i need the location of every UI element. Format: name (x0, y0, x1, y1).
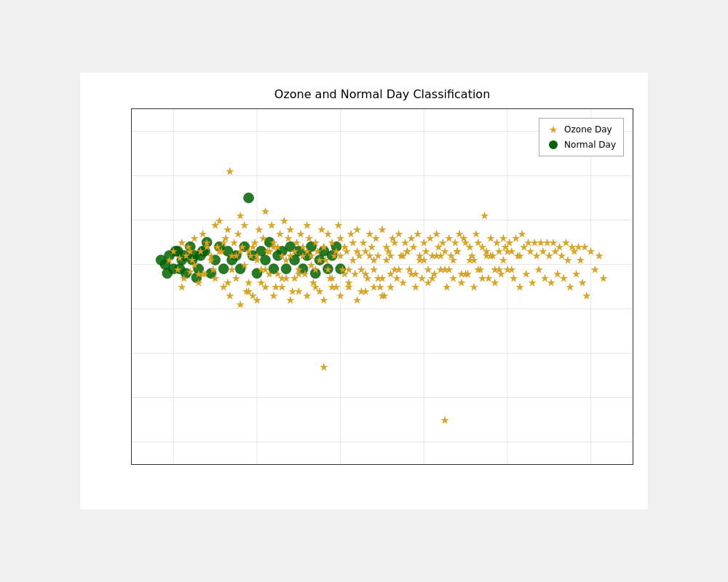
svg-text:★: ★ (361, 286, 370, 297)
svg-text:★: ★ (470, 282, 478, 292)
svg-text:★: ★ (303, 220, 312, 231)
svg-point-58 (162, 268, 173, 279)
svg-text:★: ★ (529, 277, 537, 288)
svg-text:★: ★ (387, 282, 395, 292)
legend-label-normal: Normal Day (564, 140, 616, 150)
svg-text:★: ★ (303, 246, 312, 257)
scatter-plot: ★★★★★★★★★★★★★★★★★★★★★★★★★★★★★★★★★★★★★★★★… (132, 109, 633, 464)
svg-text:★: ★ (261, 264, 270, 275)
svg-text:★: ★ (320, 362, 328, 372)
svg-text:★: ★ (587, 246, 596, 257)
chart-container: Ozone and Normal Day Classification ★★★★… (80, 73, 648, 509)
svg-text:★: ★ (370, 282, 379, 292)
svg-text:★: ★ (480, 210, 489, 221)
svg-text:★: ★ (582, 290, 591, 301)
svg-text:★: ★ (276, 228, 285, 239)
svg-text:★: ★ (186, 246, 194, 257)
svg-text:★: ★ (566, 282, 574, 292)
svg-text:★: ★ (549, 124, 558, 135)
svg-text:★: ★ (336, 250, 345, 261)
svg-text:★: ★ (303, 290, 312, 301)
svg-text:★: ★ (261, 282, 270, 292)
svg-text:★: ★ (478, 273, 487, 284)
svg-text:★: ★ (515, 250, 524, 261)
svg-text:★: ★ (269, 242, 278, 252)
chart-title: Ozone and Normal Day Classification (131, 87, 633, 101)
svg-text:★: ★ (259, 233, 268, 244)
legend: ★ Ozone Day Normal Day (539, 118, 624, 156)
svg-text:★: ★ (507, 264, 516, 275)
svg-text:★: ★ (215, 215, 224, 226)
svg-point-370 (549, 140, 558, 149)
svg-text:★: ★ (286, 250, 295, 261)
svg-text:★: ★ (486, 250, 495, 261)
svg-text:★: ★ (353, 224, 362, 235)
svg-text:★: ★ (453, 246, 462, 257)
svg-text:★: ★ (462, 268, 470, 279)
legend-symbol-ozone: ★ (547, 123, 560, 136)
legend-symbol-normal (547, 138, 560, 151)
svg-text:★: ★ (226, 166, 234, 177)
svg-text:★: ★ (334, 220, 343, 231)
svg-text:★: ★ (311, 282, 320, 292)
svg-text:★: ★ (445, 264, 454, 275)
svg-text:★: ★ (503, 246, 512, 257)
svg-text:★: ★ (178, 282, 186, 292)
svg-text:★: ★ (253, 295, 261, 306)
svg-point-34 (244, 193, 254, 203)
svg-text:★: ★ (320, 295, 328, 306)
svg-text:★: ★ (207, 255, 215, 266)
svg-text:★: ★ (202, 242, 211, 252)
svg-text:★: ★ (599, 273, 608, 284)
svg-text:★: ★ (236, 246, 245, 257)
svg-text:★: ★ (223, 277, 232, 288)
svg-text:★: ★ (577, 255, 585, 266)
svg-text:★: ★ (240, 220, 249, 231)
svg-text:★: ★ (591, 264, 600, 275)
svg-text:★: ★ (286, 224, 295, 235)
svg-text:★: ★ (311, 264, 320, 275)
svg-text:★: ★ (223, 224, 232, 235)
svg-text:★: ★ (515, 282, 524, 292)
svg-text:★: ★ (344, 282, 353, 292)
svg-text:★: ★ (228, 264, 237, 275)
legend-label-ozone: Ozone Day (564, 124, 612, 135)
svg-text:★: ★ (194, 268, 203, 279)
svg-text:★: ★ (378, 273, 387, 284)
svg-text:★: ★ (211, 273, 220, 284)
svg-text:★: ★ (395, 264, 403, 275)
svg-text:★: ★ (353, 295, 362, 306)
svg-text:★: ★ (353, 246, 362, 257)
svg-text:★: ★ (253, 250, 261, 261)
svg-text:★: ★ (361, 268, 370, 279)
svg-text:★: ★ (399, 277, 408, 288)
svg-text:★: ★ (267, 220, 276, 231)
svg-text:★: ★ (495, 264, 504, 275)
svg-text:★: ★ (295, 268, 304, 279)
svg-text:★: ★ (320, 242, 328, 252)
svg-text:★: ★ (436, 250, 445, 261)
svg-text:★: ★ (245, 286, 253, 297)
svg-text:★: ★ (428, 273, 437, 284)
svg-text:★: ★ (236, 299, 245, 310)
svg-text:★: ★ (440, 415, 449, 426)
plot-area: ★★★★★★★★★★★★★★★★★★★★★★★★★★★★★★★★★★★★★★★★… (131, 108, 633, 465)
svg-text:★: ★ (240, 260, 249, 271)
svg-text:★: ★ (578, 277, 587, 288)
svg-text:★: ★ (336, 290, 345, 301)
legend-item-normal: Normal Day (547, 138, 616, 151)
svg-text:★: ★ (328, 282, 336, 292)
svg-text:★: ★ (387, 250, 395, 261)
svg-text:★: ★ (278, 282, 287, 292)
svg-text:★: ★ (403, 246, 412, 257)
svg-text:★: ★ (420, 255, 429, 266)
svg-text:★: ★ (286, 295, 295, 306)
svg-text:★: ★ (378, 224, 387, 235)
svg-text:★: ★ (470, 255, 478, 266)
svg-text:★: ★ (226, 290, 234, 301)
svg-text:★: ★ (370, 255, 379, 266)
svg-text:★: ★ (261, 206, 270, 217)
svg-text:★: ★ (344, 264, 353, 275)
svg-text:★: ★ (190, 233, 199, 244)
svg-text:★: ★ (269, 290, 278, 301)
